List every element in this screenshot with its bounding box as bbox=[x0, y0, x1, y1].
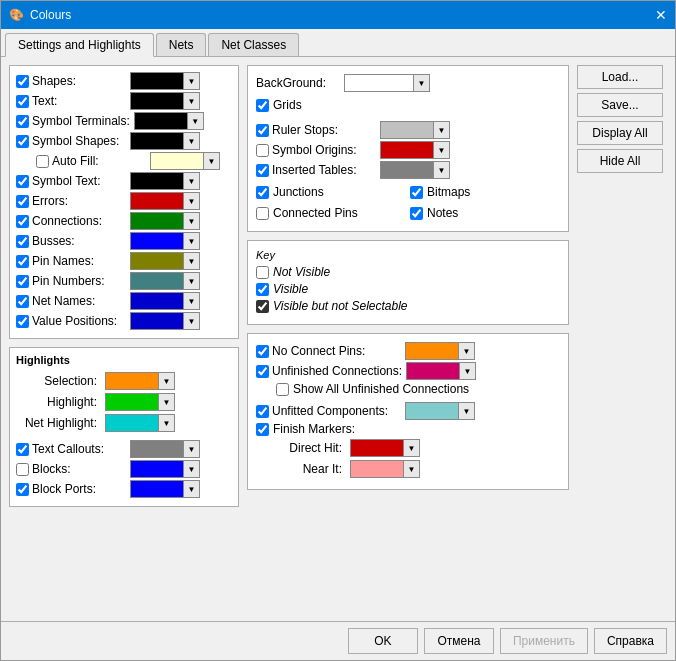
save-button[interactable]: Save... bbox=[577, 93, 663, 117]
busses-dropdown[interactable]: ▼ bbox=[184, 232, 200, 250]
unfitted-components-checkbox[interactable] bbox=[256, 405, 269, 418]
symbol-terminals-checkbox[interactable] bbox=[16, 115, 29, 128]
close-button[interactable]: ✕ bbox=[655, 7, 667, 23]
selection-dropdown[interactable]: ▼ bbox=[159, 372, 175, 390]
unfitted-components-dropdown[interactable]: ▼ bbox=[459, 402, 475, 420]
connections-checkbox[interactable] bbox=[16, 215, 29, 228]
net-names-dropdown[interactable]: ▼ bbox=[184, 292, 200, 310]
highlight-color-box[interactable] bbox=[105, 393, 159, 411]
auto-fill-checkbox[interactable] bbox=[36, 155, 49, 168]
ruler-stops-color-box[interactable] bbox=[380, 121, 434, 139]
tab-net-classes[interactable]: Net Classes bbox=[208, 33, 299, 56]
connections-dropdown[interactable]: ▼ bbox=[184, 212, 200, 230]
pin-numbers-color-picker[interactable]: ▼ bbox=[130, 272, 200, 290]
blocks-color-picker[interactable]: ▼ bbox=[130, 460, 200, 478]
unfitted-components-color-box[interactable] bbox=[405, 402, 459, 420]
apply-button[interactable]: Применить bbox=[500, 628, 588, 654]
auto-fill-color-box[interactable] bbox=[150, 152, 204, 170]
symbol-origins-dropdown[interactable]: ▼ bbox=[434, 141, 450, 159]
value-positions-checkbox[interactable] bbox=[16, 315, 29, 328]
net-highlight-color-box[interactable] bbox=[105, 414, 159, 432]
pin-names-checkbox[interactable] bbox=[16, 255, 29, 268]
inserted-tables-color-picker[interactable]: ▼ bbox=[380, 161, 450, 179]
show-all-unfinished-checkbox[interactable] bbox=[276, 383, 289, 396]
cancel-button[interactable]: Отмена bbox=[424, 628, 494, 654]
net-highlight-dropdown[interactable]: ▼ bbox=[159, 414, 175, 432]
symbol-shapes-checkbox[interactable] bbox=[16, 135, 29, 148]
pin-names-color-box[interactable] bbox=[130, 252, 184, 270]
text-color-box[interactable] bbox=[130, 92, 184, 110]
inserted-tables-checkbox[interactable] bbox=[256, 164, 269, 177]
symbol-terminals-dropdown[interactable]: ▼ bbox=[188, 112, 204, 130]
direct-hit-color-picker[interactable]: ▼ bbox=[350, 439, 420, 457]
notes-checkbox[interactable] bbox=[410, 207, 423, 220]
ruler-stops-checkbox[interactable] bbox=[256, 124, 269, 137]
selection-color-box[interactable] bbox=[105, 372, 159, 390]
background-color-picker[interactable]: ▼ bbox=[344, 74, 430, 92]
grids-checkbox[interactable] bbox=[256, 99, 269, 112]
pin-names-color-picker[interactable]: ▼ bbox=[130, 252, 200, 270]
pin-numbers-dropdown[interactable]: ▼ bbox=[184, 272, 200, 290]
connections-color-picker[interactable]: ▼ bbox=[130, 212, 200, 230]
symbol-shapes-color-box[interactable] bbox=[130, 132, 184, 150]
shapes-color-picker[interactable]: ▼ bbox=[130, 72, 200, 90]
unfinished-connections-color-picker[interactable]: ▼ bbox=[406, 362, 476, 380]
connected-pins-checkbox[interactable] bbox=[256, 207, 269, 220]
key-visible-not-selectable-checkbox[interactable] bbox=[256, 300, 269, 313]
connections-color-box[interactable] bbox=[130, 212, 184, 230]
ruler-stops-color-picker[interactable]: ▼ bbox=[380, 121, 450, 139]
net-names-color-box[interactable] bbox=[130, 292, 184, 310]
busses-color-picker[interactable]: ▼ bbox=[130, 232, 200, 250]
no-connect-pins-dropdown[interactable]: ▼ bbox=[459, 342, 475, 360]
symbol-text-checkbox[interactable] bbox=[16, 175, 29, 188]
errors-color-picker[interactable]: ▼ bbox=[130, 192, 200, 210]
block-ports-color-box[interactable] bbox=[130, 480, 184, 498]
direct-hit-color-box[interactable] bbox=[350, 439, 404, 457]
key-visible-checkbox[interactable] bbox=[256, 283, 269, 296]
shapes-checkbox[interactable] bbox=[16, 75, 29, 88]
highlight-dropdown[interactable]: ▼ bbox=[159, 393, 175, 411]
auto-fill-color-picker[interactable]: ▼ bbox=[150, 152, 220, 170]
shapes-dropdown[interactable]: ▼ bbox=[184, 72, 200, 90]
near-it-color-picker[interactable]: ▼ bbox=[350, 460, 420, 478]
block-ports-checkbox[interactable] bbox=[16, 483, 29, 496]
text-callouts-checkbox[interactable] bbox=[16, 443, 29, 456]
text-checkbox[interactable] bbox=[16, 95, 29, 108]
inserted-tables-dropdown[interactable]: ▼ bbox=[434, 161, 450, 179]
bitmaps-checkbox[interactable] bbox=[410, 186, 423, 199]
symbol-terminals-color-picker[interactable]: ▼ bbox=[134, 112, 204, 130]
blocks-checkbox[interactable] bbox=[16, 463, 29, 476]
unfinished-connections-color-box[interactable] bbox=[406, 362, 460, 380]
errors-checkbox[interactable] bbox=[16, 195, 29, 208]
text-callouts-color-box[interactable] bbox=[130, 440, 184, 458]
symbol-text-color-box[interactable] bbox=[130, 172, 184, 190]
net-names-color-picker[interactable]: ▼ bbox=[130, 292, 200, 310]
near-it-color-box[interactable] bbox=[350, 460, 404, 478]
symbol-origins-color-box[interactable] bbox=[380, 141, 434, 159]
value-positions-color-picker[interactable]: ▼ bbox=[130, 312, 200, 330]
background-color-box[interactable] bbox=[344, 74, 414, 92]
text-callouts-dropdown[interactable]: ▼ bbox=[184, 440, 200, 458]
ruler-stops-dropdown[interactable]: ▼ bbox=[434, 121, 450, 139]
unfinished-connections-dropdown[interactable]: ▼ bbox=[460, 362, 476, 380]
value-positions-color-box[interactable] bbox=[130, 312, 184, 330]
pin-numbers-color-box[interactable] bbox=[130, 272, 184, 290]
inserted-tables-color-box[interactable] bbox=[380, 161, 434, 179]
finish-markers-checkbox[interactable] bbox=[256, 423, 269, 436]
no-connect-pins-checkbox[interactable] bbox=[256, 345, 269, 358]
junctions-checkbox[interactable] bbox=[256, 186, 269, 199]
near-it-dropdown[interactable]: ▼ bbox=[404, 460, 420, 478]
errors-dropdown[interactable]: ▼ bbox=[184, 192, 200, 210]
unfinished-connections-checkbox[interactable] bbox=[256, 365, 269, 378]
net-names-checkbox[interactable] bbox=[16, 295, 29, 308]
symbol-origins-checkbox[interactable] bbox=[256, 144, 269, 157]
no-connect-pins-color-picker[interactable]: ▼ bbox=[405, 342, 475, 360]
no-connect-pins-color-box[interactable] bbox=[405, 342, 459, 360]
block-ports-dropdown[interactable]: ▼ bbox=[184, 480, 200, 498]
busses-color-box[interactable] bbox=[130, 232, 184, 250]
blocks-color-box[interactable] bbox=[130, 460, 184, 478]
value-positions-dropdown[interactable]: ▼ bbox=[184, 312, 200, 330]
symbol-origins-color-picker[interactable]: ▼ bbox=[380, 141, 450, 159]
unfitted-components-color-picker[interactable]: ▼ bbox=[405, 402, 475, 420]
pin-numbers-checkbox[interactable] bbox=[16, 275, 29, 288]
